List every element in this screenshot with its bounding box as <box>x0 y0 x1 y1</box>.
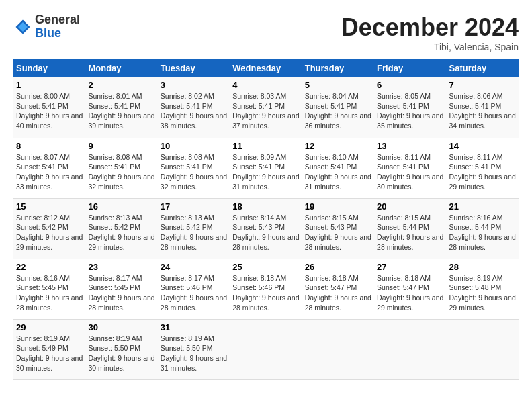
calendar-cell: 2 Sunrise: 8:01 AMSunset: 5:41 PMDayligh… <box>85 77 157 138</box>
calendar-cell: 30 Sunrise: 8:19 AMSunset: 5:50 PMDaylig… <box>85 319 157 379</box>
day-info: Sunrise: 8:16 AMSunset: 5:44 PMDaylight:… <box>449 213 516 253</box>
calendar-cell: 7 Sunrise: 8:06 AMSunset: 5:41 PMDayligh… <box>447 77 519 138</box>
day-info: Sunrise: 8:11 AMSunset: 5:41 PMDaylight:… <box>377 152 443 192</box>
day-number: 15 <box>16 201 83 212</box>
week-row-4: 22 Sunrise: 8:16 AMSunset: 5:45 PMDaylig… <box>13 259 519 319</box>
day-number: 28 <box>449 262 516 272</box>
day-number: 24 <box>161 262 227 272</box>
calendar-cell <box>302 319 374 379</box>
day-info: Sunrise: 8:16 AMSunset: 5:45 PMDaylight:… <box>16 273 83 313</box>
day-info: Sunrise: 8:17 AMSunset: 5:46 PMDaylight:… <box>161 273 227 313</box>
day-info: Sunrise: 8:15 AMSunset: 5:43 PMDaylight:… <box>305 213 371 253</box>
day-number: 12 <box>305 141 371 151</box>
col-tuesday: Tuesday <box>158 59 230 77</box>
calendar-table: Sunday Monday Tuesday Wednesday Thursday… <box>13 59 519 380</box>
day-number: 18 <box>232 201 299 212</box>
day-number: 2 <box>88 80 154 90</box>
calendar-cell: 4 Sunrise: 8:03 AMSunset: 5:41 PMDayligh… <box>230 77 302 138</box>
calendar-cell: 6 Sunrise: 8:05 AMSunset: 5:41 PMDayligh… <box>374 77 446 138</box>
day-info: Sunrise: 8:14 AMSunset: 5:43 PMDaylight:… <box>232 213 299 253</box>
day-number: 17 <box>161 201 227 212</box>
day-number: 7 <box>449 80 516 90</box>
day-number: 29 <box>16 322 83 332</box>
day-info: Sunrise: 8:11 AMSunset: 5:41 PMDaylight:… <box>449 152 516 192</box>
col-wednesday: Wednesday <box>230 59 302 77</box>
calendar-cell: 11 Sunrise: 8:09 AMSunset: 5:41 PMDaylig… <box>230 138 302 198</box>
title-block: December 2024 Tibi, Valencia, Spain <box>341 13 519 52</box>
day-number: 26 <box>305 262 371 272</box>
day-info: Sunrise: 8:06 AMSunset: 5:41 PMDaylight:… <box>449 91 516 131</box>
calendar-cell: 19 Sunrise: 8:15 AMSunset: 5:43 PMDaylig… <box>302 198 374 259</box>
col-monday: Monday <box>85 59 157 77</box>
calendar-cell: 15 Sunrise: 8:12 AMSunset: 5:42 PMDaylig… <box>13 198 85 259</box>
day-info: Sunrise: 8:08 AMSunset: 5:41 PMDaylight:… <box>88 152 154 192</box>
day-info: Sunrise: 8:19 AMSunset: 5:50 PMDaylight:… <box>88 334 154 373</box>
calendar-cell: 26 Sunrise: 8:18 AMSunset: 5:47 PMDaylig… <box>302 259 374 319</box>
day-info: Sunrise: 8:19 AMSunset: 5:48 PMDaylight:… <box>449 273 516 313</box>
day-info: Sunrise: 8:19 AMSunset: 5:49 PMDaylight:… <box>16 334 83 373</box>
day-info: Sunrise: 8:13 AMSunset: 5:42 PMDaylight:… <box>88 213 154 253</box>
calendar-cell <box>374 319 446 379</box>
calendar-cell: 31 Sunrise: 8:19 AMSunset: 5:50 PMDaylig… <box>158 319 230 379</box>
logo-text: General Blue <box>35 13 80 40</box>
day-info: Sunrise: 8:18 AMSunset: 5:46 PMDaylight:… <box>232 273 299 313</box>
day-info: Sunrise: 8:19 AMSunset: 5:50 PMDaylight:… <box>161 334 227 373</box>
day-number: 9 <box>88 141 154 151</box>
day-info: Sunrise: 8:18 AMSunset: 5:47 PMDaylight:… <box>377 273 443 313</box>
calendar-cell: 12 Sunrise: 8:10 AMSunset: 5:41 PMDaylig… <box>302 138 374 198</box>
day-number: 27 <box>377 262 443 272</box>
calendar-cell: 22 Sunrise: 8:16 AMSunset: 5:45 PMDaylig… <box>13 259 85 319</box>
calendar-cell: 20 Sunrise: 8:15 AMSunset: 5:44 PMDaylig… <box>374 198 446 259</box>
calendar-cell: 8 Sunrise: 8:07 AMSunset: 5:41 PMDayligh… <box>13 138 85 198</box>
calendar-cell: 27 Sunrise: 8:18 AMSunset: 5:47 PMDaylig… <box>374 259 446 319</box>
day-number: 10 <box>161 141 227 151</box>
day-number: 21 <box>449 201 516 212</box>
location: Tibi, Valencia, Spain <box>341 42 519 52</box>
day-number: 13 <box>377 141 443 151</box>
col-friday: Friday <box>374 59 446 77</box>
day-number: 1 <box>16 80 83 90</box>
calendar-cell: 16 Sunrise: 8:13 AMSunset: 5:42 PMDaylig… <box>85 198 157 259</box>
calendar-cell: 1 Sunrise: 8:00 AMSunset: 5:41 PMDayligh… <box>13 77 85 138</box>
page-header: General Blue December 2024 Tibi, Valenci… <box>13 13 519 52</box>
day-number: 14 <box>449 141 516 151</box>
calendar-cell <box>230 319 302 379</box>
day-info: Sunrise: 8:09 AMSunset: 5:41 PMDaylight:… <box>232 152 299 192</box>
day-info: Sunrise: 8:04 AMSunset: 5:41 PMDaylight:… <box>305 91 371 131</box>
day-info: Sunrise: 8:10 AMSunset: 5:41 PMDaylight:… <box>305 152 371 192</box>
day-info: Sunrise: 8:02 AMSunset: 5:41 PMDaylight:… <box>161 91 227 131</box>
day-info: Sunrise: 8:00 AMSunset: 5:41 PMDaylight:… <box>16 91 83 131</box>
calendar-cell <box>447 319 519 379</box>
day-number: 23 <box>88 262 154 272</box>
day-number: 11 <box>232 141 299 151</box>
day-number: 20 <box>377 201 443 212</box>
calendar-cell: 21 Sunrise: 8:16 AMSunset: 5:44 PMDaylig… <box>447 198 519 259</box>
day-number: 6 <box>377 80 443 90</box>
week-row-1: 1 Sunrise: 8:00 AMSunset: 5:41 PMDayligh… <box>13 77 519 138</box>
day-number: 19 <box>305 201 371 212</box>
col-sunday: Sunday <box>13 59 85 77</box>
day-number: 31 <box>161 322 227 332</box>
day-number: 16 <box>88 201 154 212</box>
calendar-cell: 24 Sunrise: 8:17 AMSunset: 5:46 PMDaylig… <box>158 259 230 319</box>
day-info: Sunrise: 8:03 AMSunset: 5:41 PMDaylight:… <box>232 91 299 131</box>
weekday-header-row: Sunday Monday Tuesday Wednesday Thursday… <box>13 59 519 77</box>
calendar-cell: 25 Sunrise: 8:18 AMSunset: 5:46 PMDaylig… <box>230 259 302 319</box>
day-info: Sunrise: 8:05 AMSunset: 5:41 PMDaylight:… <box>377 91 443 131</box>
calendar-cell: 18 Sunrise: 8:14 AMSunset: 5:43 PMDaylig… <box>230 198 302 259</box>
day-info: Sunrise: 8:15 AMSunset: 5:44 PMDaylight:… <box>377 213 443 253</box>
calendar-cell: 17 Sunrise: 8:13 AMSunset: 5:42 PMDaylig… <box>158 198 230 259</box>
day-number: 22 <box>16 262 83 272</box>
day-info: Sunrise: 8:08 AMSunset: 5:41 PMDaylight:… <box>161 152 227 192</box>
day-number: 8 <box>16 141 83 151</box>
day-info: Sunrise: 8:07 AMSunset: 5:41 PMDaylight:… <box>16 152 83 192</box>
calendar-cell: 10 Sunrise: 8:08 AMSunset: 5:41 PMDaylig… <box>158 138 230 198</box>
col-saturday: Saturday <box>447 59 519 77</box>
day-info: Sunrise: 8:12 AMSunset: 5:42 PMDaylight:… <box>16 213 83 253</box>
logo-icon <box>13 17 32 36</box>
day-info: Sunrise: 8:18 AMSunset: 5:47 PMDaylight:… <box>305 273 371 313</box>
calendar-cell: 13 Sunrise: 8:11 AMSunset: 5:41 PMDaylig… <box>374 138 446 198</box>
day-number: 4 <box>232 80 299 90</box>
day-info: Sunrise: 8:17 AMSunset: 5:45 PMDaylight:… <box>88 273 154 313</box>
calendar-cell: 23 Sunrise: 8:17 AMSunset: 5:45 PMDaylig… <box>85 259 157 319</box>
